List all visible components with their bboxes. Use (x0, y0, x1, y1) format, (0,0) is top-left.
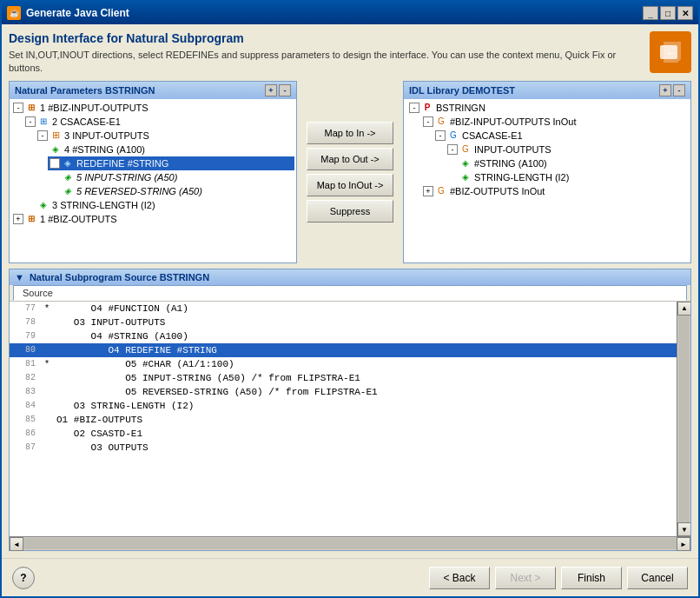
source-code-area[interactable]: 77 * O4 #FUNCTION (A1) 78 O3 INPUT-OUTPU… (10, 302, 677, 536)
g-str-icon-2: ◈ (459, 171, 472, 183)
code-line-81: 81 * O5 #CHAR (A1/1:100) (10, 357, 677, 371)
tree-node-reversed-string[interactable]: ◈ 5 REVERSED-STRING (A50) (60, 184, 294, 198)
header-text: Design Interface for Natural Subprogram … (9, 31, 643, 76)
tree-node-biz-input-outputs[interactable]: - ⊞ 1 #BIZ-INPUT-OUTPUTS (11, 101, 294, 115)
cancel-button[interactable]: Cancel (627, 567, 688, 589)
idl-library-header: IDL Library DEMOTEST + - (404, 82, 690, 99)
minimize-button[interactable]: _ (643, 6, 658, 20)
code-line-83: 83 O5 REVERSED-STRING (A50) /* from FLIP… (10, 385, 677, 399)
scroll-right-btn[interactable]: ► (677, 537, 690, 551)
map-to-out-button[interactable]: Map to Out -> (307, 148, 393, 170)
maximize-button[interactable]: □ (660, 6, 676, 20)
idl-node-input-outputs[interactable]: - G INPUT-OUTPUTS (446, 143, 689, 156)
map-to-in-button[interactable]: Map to In -> (307, 122, 393, 144)
g-cs-icon: G (447, 130, 459, 142)
toggle-csacase-idl[interactable]: - (435, 130, 446, 141)
expand-natural-btn[interactable]: + (265, 84, 277, 96)
toggle-redefine[interactable]: - (50, 158, 60, 169)
toggle-biz-outputs[interactable]: + (13, 214, 23, 224)
g-folder-icon: G (459, 143, 472, 156)
back-button[interactable]: < Back (429, 567, 490, 589)
next-button[interactable]: Next > (495, 567, 556, 589)
scroll-down-btn[interactable]: ▼ (677, 522, 690, 536)
source-panel-header: ▼ Natural Subprogram Source BSTRINGN (10, 269, 690, 285)
vertical-scrollbar[interactable]: ▲ ▼ (677, 302, 690, 536)
natural-parameters-panel: Natural Parameters BSTRINGN + - - ⊞ 1 #B… (9, 81, 297, 263)
folder-icon: ⊞ (50, 130, 62, 142)
idl-library-title: IDL Library DEMOTEST (409, 85, 515, 96)
title-bar: ☕ Generate Java Client _ □ ✕ (2, 2, 698, 24)
toggle-biz-out-idl[interactable]: + (423, 186, 433, 196)
str-icon-2: ◈ (62, 157, 74, 169)
str-icon-1: ◈ (50, 143, 62, 156)
natural-parameters-header: Natural Parameters BSTRINGN + - (10, 82, 296, 99)
expand-idl-btn[interactable]: + (659, 84, 671, 96)
code-line-86: 86 O2 CSASTD-E1 (10, 427, 677, 441)
map-to-inout-button[interactable]: Map to InOut -> (307, 174, 393, 196)
str-icon-3: ◈ (62, 171, 74, 183)
natural-parameters-controls: + - (265, 84, 291, 96)
toggle-input-outputs[interactable]: - (37, 130, 48, 141)
horizontal-scrollbar[interactable]: ◄ ► (10, 536, 690, 550)
natural-parameters-title: Natural Parameters BSTRINGN (15, 85, 155, 96)
footer-buttons: < Back Next > Finish Cancel (429, 567, 688, 589)
finish-button[interactable]: Finish (561, 567, 622, 589)
biz-icon-2: ⊞ (25, 213, 37, 225)
help-button[interactable]: ? (12, 567, 35, 589)
collapse-idl-btn[interactable]: - (673, 84, 685, 96)
idl-node-bstringn[interactable]: - P BSTRINGN (406, 101, 689, 115)
idl-library-content: - P BSTRINGN - G #BIZ-INPUT-OUTPUTS InOu… (404, 99, 690, 262)
idl-node-biz-io[interactable]: - G #BIZ-INPUT-OUTPUTS InOut (421, 115, 689, 129)
code-line-80: 80 O4 REDEFINE #STRING (10, 343, 677, 357)
window-title: Generate Java Client (26, 7, 129, 19)
g-biz-icon-2: G (435, 185, 447, 197)
toggle-csacase-e1[interactable]: - (25, 116, 36, 127)
window-icon: ☕ (7, 6, 21, 20)
code-line-79: 79 O4 #STRING (A100) (10, 329, 677, 343)
toggle-biz-input-outputs[interactable]: - (13, 103, 23, 113)
tree-node-redefine-string[interactable]: - ◈ REDEFINE #STRING (48, 156, 294, 170)
main-window: ☕ Generate Java Client _ □ ✕ Design Inte… (0, 0, 700, 598)
source-panel-title: Natural Subprogram Source BSTRINGN (30, 272, 209, 282)
svg-text:←: ← (665, 46, 677, 60)
code-line-78: 78 O3 INPUT-OUTPUTS (10, 316, 677, 329)
tree-node-string-a100[interactable]: ◈ 4 #STRING (A100) (48, 143, 294, 156)
idl-node-string[interactable]: ◈ #STRING (A100) (458, 156, 689, 170)
str-icon-5: ◈ (37, 199, 50, 211)
code-line-87: 87 O3 OUTPUTS (10, 441, 677, 455)
tree-node-biz-outputs[interactable]: + ⊞ 1 #BIZ-OUTPUTS (11, 212, 294, 226)
collapse-natural-btn[interactable]: - (279, 84, 291, 96)
tree-node-input-string[interactable]: ◈ 5 INPUT-STRING (A50) (60, 170, 294, 184)
natural-parameters-content: - ⊞ 1 #BIZ-INPUT-OUTPUTS - ⊞ 2 CSACASE-E… (10, 99, 296, 262)
scroll-left-btn[interactable]: ◄ (10, 537, 23, 551)
source-tab[interactable]: Source (13, 285, 687, 301)
cs-icon: ⊞ (37, 116, 50, 128)
header-description: Set IN,OUT,INOUT directions, select REDE… (9, 49, 643, 76)
idl-node-csacase[interactable]: - G CSACASE-E1 (433, 129, 689, 143)
header-section: Design Interface for Natural Subprogram … (9, 31, 691, 76)
idl-library-panel: IDL Library DEMOTEST + - - P BSTRINGN - (403, 81, 691, 263)
scroll-thumb[interactable] (678, 316, 690, 522)
title-controls: _ □ ✕ (643, 6, 693, 20)
tree-node-csacase-e1[interactable]: - ⊞ 2 CSACASE-E1 (23, 115, 294, 129)
idl-node-string-length[interactable]: ◈ STRING-LENGTH (I2) (458, 170, 689, 184)
tree-node-input-outputs[interactable]: - ⊞ 3 INPUT-OUTPUTS (36, 129, 294, 143)
scroll-up-btn[interactable]: ▲ (677, 302, 690, 316)
title-bar-left: ☕ Generate Java Client (7, 6, 129, 20)
tree-node-string-length[interactable]: ◈ 3 STRING-LENGTH (I2) (36, 198, 294, 212)
str-icon-4: ◈ (62, 185, 74, 197)
toggle-biz-io[interactable]: - (423, 116, 433, 127)
toggle-io-idl[interactable]: - (447, 144, 458, 155)
g-str-icon-1: ◈ (459, 157, 472, 169)
idl-node-biz-outputs[interactable]: + G #BIZ-OUTPUTS InOut (421, 184, 689, 198)
close-button[interactable]: ✕ (677, 6, 693, 20)
biz-icon: ⊞ (25, 102, 37, 114)
content-area: Design Interface for Natural Subprogram … (2, 24, 698, 558)
page-title: Design Interface for Natural Subprogram (9, 31, 643, 45)
toggle-bstringn[interactable]: - (409, 103, 419, 113)
code-line-84: 84 O3 STRING-LENGTH (I2) (10, 399, 677, 413)
footer: ? < Back Next > Finish Cancel (2, 558, 698, 596)
suppress-button[interactable]: Suppress (307, 200, 393, 223)
header-icon: ← (650, 31, 691, 73)
scroll-h-thumb[interactable] (23, 538, 677, 549)
